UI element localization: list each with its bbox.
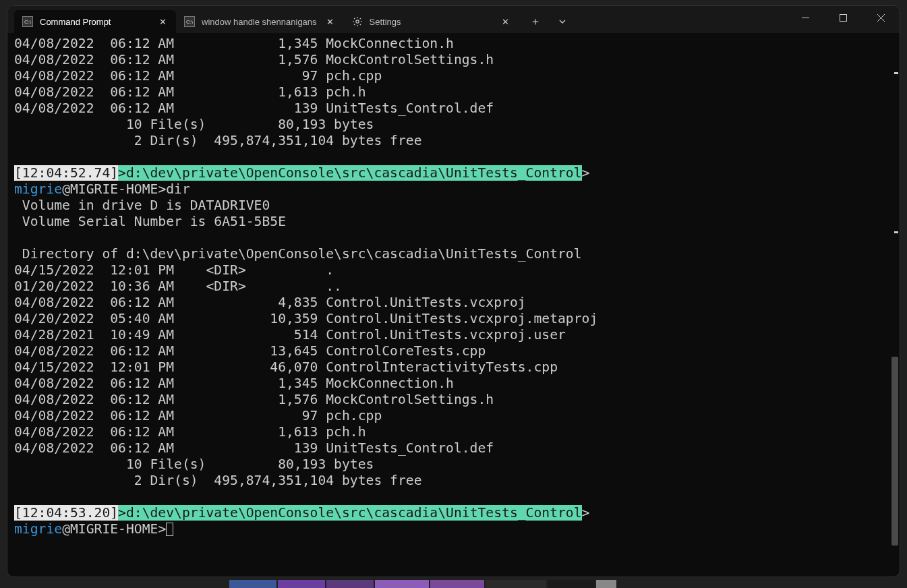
tab-command-prompt[interactable]: C:\ Command Prompt ✕ bbox=[14, 10, 176, 33]
prompt-line-1b: migrie@MIGRIE-HOME>dir bbox=[14, 181, 893, 198]
text-cursor bbox=[166, 523, 173, 536]
path-segment: >d:\dev\private\OpenConsole\src\cascadia… bbox=[118, 165, 581, 181]
cmd-icon: C:\ bbox=[22, 16, 33, 27]
tab-actions: ＋ bbox=[522, 10, 576, 33]
tab-dropdown-button[interactable] bbox=[549, 10, 576, 33]
command-text: dir bbox=[166, 181, 190, 197]
prompt-line-1: [12:04:52.74]>d:\dev\private\OpenConsole… bbox=[14, 165, 893, 181]
timestamp: [12:04:53.20] bbox=[14, 505, 118, 521]
output-volume-block: Volume in drive D is DATADRIVE0 Volume S… bbox=[14, 198, 893, 262]
tab-label: Settings bbox=[370, 17, 492, 27]
minimize-button[interactable] bbox=[786, 6, 824, 29]
cmd-icon: C:\ bbox=[184, 16, 195, 27]
tab-label: window handle shennanigans bbox=[202, 17, 317, 27]
output-block-top: 04/08/2022 06:12 AM 1,345 MockConnection… bbox=[14, 36, 893, 149]
tab-window-handle[interactable]: C:\ window handle shennanigans ✕ bbox=[176, 10, 344, 33]
prompt-arrow: > bbox=[582, 165, 590, 181]
username: migrie bbox=[14, 181, 62, 197]
timestamp: [12:04:52.74] bbox=[14, 165, 118, 181]
close-button[interactable] bbox=[862, 6, 900, 29]
path-segment: >d:\dev\private\OpenConsole\src\cascadia… bbox=[118, 505, 581, 521]
scrollbar-thumb[interactable] bbox=[891, 357, 898, 546]
prompt-line-2: [12:04:53.20]>d:\dev\private\OpenConsole… bbox=[14, 505, 893, 521]
prompt-line-2b: migrie@MIGRIE-HOME> bbox=[14, 521, 893, 537]
scroll-marks bbox=[891, 33, 898, 577]
scroll-mark bbox=[894, 231, 898, 233]
hostname: MIGRIE-HOME bbox=[70, 181, 158, 197]
output-dir-block: 04/15/2022 12:01 PM <DIR> . 01/20/2022 1… bbox=[14, 262, 893, 489]
tab-label: Command Prompt bbox=[40, 17, 149, 27]
title-bar: C:\ Command Prompt ✕ C:\ window handle s… bbox=[7, 6, 900, 33]
svg-rect-2 bbox=[840, 14, 846, 21]
taskbar-hint bbox=[229, 580, 647, 588]
terminal-content[interactable]: 04/08/2022 06:12 AM 1,345 MockConnection… bbox=[7, 33, 900, 577]
tab-settings[interactable]: Settings ✕ bbox=[344, 10, 519, 33]
gear-icon bbox=[352, 16, 363, 27]
new-tab-button[interactable]: ＋ bbox=[522, 10, 549, 33]
username: migrie bbox=[14, 521, 62, 537]
close-icon[interactable]: ✕ bbox=[156, 15, 169, 28]
prompt-arrow: > bbox=[582, 505, 590, 521]
maximize-button[interactable] bbox=[824, 6, 862, 29]
window-controls bbox=[786, 6, 900, 33]
scroll-mark bbox=[894, 72, 898, 74]
terminal-window: C:\ Command Prompt ✕ C:\ window handle s… bbox=[7, 5, 900, 577]
svg-point-0 bbox=[355, 20, 358, 23]
close-icon[interactable]: ✕ bbox=[324, 15, 337, 28]
hostname: MIGRIE-HOME bbox=[70, 521, 158, 537]
close-icon[interactable]: ✕ bbox=[499, 15, 513, 28]
